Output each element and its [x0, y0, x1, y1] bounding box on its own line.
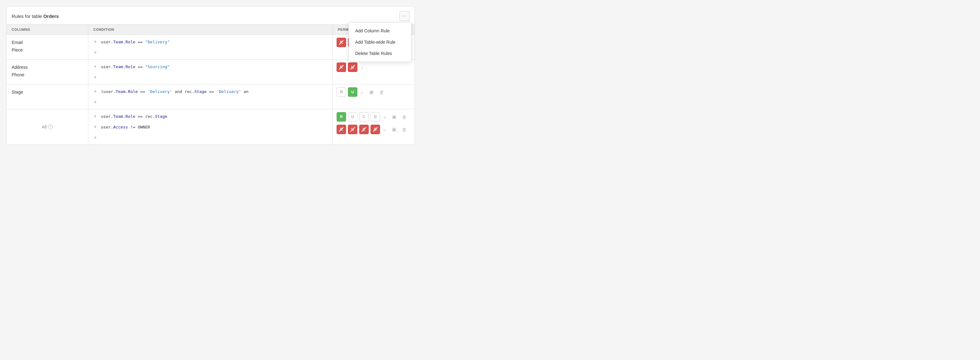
perm-d-all-2[interactable]: D	[371, 125, 380, 134]
condition-code-all-1: user.Team.Role == rec.Stage	[101, 114, 167, 119]
perm-row-2: R U ⌄	[337, 62, 411, 72]
add-condition-btn[interactable]: +	[92, 39, 99, 45]
perm-cell-row2: R U ⌄	[333, 60, 415, 84]
condition-code-2: user.Team.Role == "Sourcing"	[101, 64, 170, 69]
page-title: Rules for table Orders	[12, 14, 59, 19]
perm-u-all-1[interactable]: U	[348, 112, 357, 122]
comment-icon-stage[interactable]: ▣	[368, 88, 375, 96]
perm-chevron-all-2[interactable]: ⌄	[382, 126, 388, 133]
comment-icon-all-1[interactable]: ▣	[391, 113, 398, 121]
condition-code-all-2: user.Access != OWNER	[101, 125, 150, 129]
dropdown-delete-table-rules[interactable]: Delete Table Rules	[349, 48, 411, 59]
table-row: Address Phone + user.Team.Role == "Sourc…	[6, 60, 415, 84]
table-row-all: All ? + user.Team.Role == rec.Stage + us…	[6, 109, 415, 144]
perm-c-all-2[interactable]: C	[359, 125, 369, 134]
perm-chevron-all-1[interactable]: ⌄	[382, 113, 388, 120]
condition-row-plus2: +	[92, 73, 329, 82]
perm-c-all-1[interactable]: C	[359, 112, 369, 122]
condition-row-2: + user.Team.Role == "Sourcing"	[92, 62, 329, 71]
dropdown-add-table-wide-rule[interactable]: Add Table-wide Rule	[349, 36, 411, 48]
all-text: All	[42, 124, 47, 129]
col-label-phone: Phone	[12, 71, 83, 79]
condition-row-plus: +	[92, 48, 329, 57]
col-label-address: Address	[12, 63, 83, 71]
perm-chevron-2[interactable]: ⌄	[359, 64, 365, 71]
page-header: Rules for table Orders ···	[6, 6, 415, 24]
table-row-stage: Stage + (user.Team.Role == 'Delivery' an…	[6, 84, 415, 109]
perm-cell-stage: R U ⌄ ▣ 🗑	[333, 84, 415, 109]
all-label: All ?	[42, 124, 53, 129]
dropdown-add-column-rule[interactable]: Add Column Rule	[349, 25, 411, 36]
condition-row-all-plus: +	[92, 133, 329, 142]
add-condition-btn-stage[interactable]: +	[92, 88, 99, 95]
col-cell-stage: Stage	[6, 84, 88, 109]
col-label-email: Email	[12, 39, 83, 46]
perm-row-stage: R U ⌄ ▣ 🗑	[337, 87, 411, 97]
add-condition-btn-all-3[interactable]: +	[92, 135, 99, 141]
perm-row-all-2: R U C D ⌄ ▣ 🗑	[337, 124, 411, 135]
perm-r-btn-stage[interactable]: R	[337, 87, 346, 97]
add-condition-btn-4[interactable]: +	[92, 74, 99, 81]
condition-row-all-2: + user.Access != OWNER	[92, 122, 329, 131]
delete-icon-all-1[interactable]: 🗑	[401, 113, 408, 121]
condition-cell-stage: + (user.Team.Role == 'Delivery' and rec.…	[88, 84, 333, 109]
add-condition-btn-2[interactable]: +	[92, 49, 99, 56]
col-cell-address-phone: Address Phone	[6, 60, 88, 84]
col-label-piece: Piece	[12, 46, 83, 54]
condition-row-stage-plus: +	[92, 98, 329, 106]
condition-row-1: + user.Team.Role == "Delivery"	[92, 37, 329, 46]
comment-icon-all-2[interactable]: ▣	[391, 125, 398, 133]
condition-row-all-1: + user.Team.Role == rec.Stage	[92, 112, 329, 121]
menu-button[interactable]: ···	[399, 11, 410, 21]
col-cell-all: All ?	[6, 109, 88, 144]
condition-row-stage: + (user.Team.Role == 'Delivery' and rec.…	[92, 87, 329, 96]
perm-r-btn[interactable]: R	[337, 38, 346, 47]
perm-r-all-2[interactable]: R	[337, 125, 346, 134]
col-cell-email-piece: Email Piece	[6, 35, 88, 59]
perm-u-btn-stage[interactable]: U	[348, 87, 357, 97]
perm-u-btn-2[interactable]: U	[348, 62, 357, 72]
add-condition-btn-all-1[interactable]: +	[92, 113, 99, 119]
condition-cell-all: + user.Team.Role == rec.Stage + user.Acc…	[88, 109, 333, 144]
condition-code-stage: (user.Team.Role == 'Delivery' and rec.St…	[101, 89, 249, 94]
perm-chevron-stage[interactable]: ⌄	[359, 89, 365, 95]
delete-icon-all-2[interactable]: 🗑	[401, 126, 408, 133]
perm-r-btn-2[interactable]: R	[337, 62, 346, 72]
help-icon[interactable]: ?	[48, 124, 53, 129]
condition-code: user.Team.Role == "Delivery"	[101, 40, 170, 44]
delete-icon-stage[interactable]: 🗑	[378, 88, 385, 96]
add-condition-btn-3[interactable]: +	[92, 63, 99, 70]
add-condition-btn-all-2[interactable]: +	[92, 124, 99, 130]
perm-r-all-1[interactable]: R	[337, 112, 346, 122]
condition-header: CONDITION	[88, 24, 333, 35]
perm-row-all-1: R U C D ⌄ ▣ 🗑	[337, 112, 411, 122]
perm-d-all-1[interactable]: D	[371, 112, 380, 122]
col-label-stage: Stage	[12, 88, 83, 96]
condition-cell-row2: + user.Team.Role == "Sourcing" +	[88, 60, 333, 84]
perm-cell-all: R U C D ⌄ ▣ 🗑 R U C D ⌄ ▣ 🗑	[333, 109, 415, 144]
add-condition-btn-stage-2[interactable]: +	[92, 99, 99, 105]
columns-header: COLUMNS	[6, 24, 88, 35]
condition-cell-row1: + user.Team.Role == "Delivery" +	[88, 35, 333, 59]
rules-table-container: Rules for table Orders ··· Add Column Ru…	[6, 6, 415, 145]
dropdown-menu: Add Column Rule Add Table-wide Rule Dele…	[348, 22, 411, 62]
perm-u-all-2[interactable]: U	[348, 125, 357, 134]
